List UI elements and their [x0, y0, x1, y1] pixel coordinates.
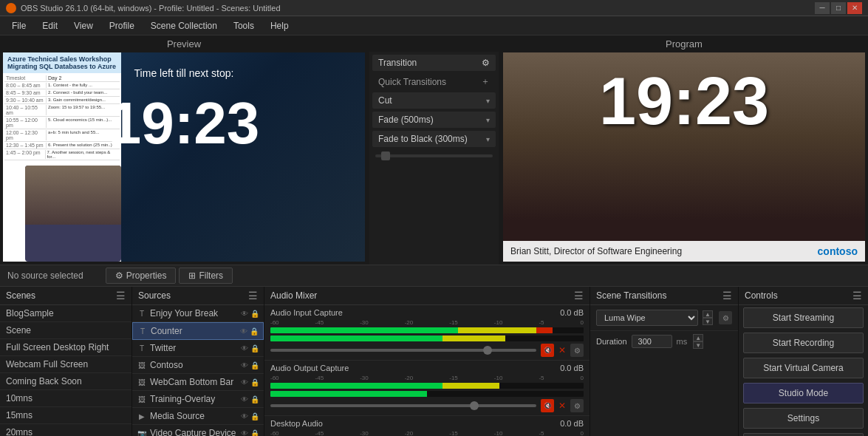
table-row: TimeslotDay 2 [4, 75, 120, 82]
minimize-button[interactable]: ─ [815, 2, 830, 14]
text-icon: T [137, 308, 147, 319]
lock-icon[interactable]: 🔒 [250, 378, 259, 386]
eye-icon[interactable]: 👁 [241, 310, 248, 318]
titlebar-controls[interactable]: ─ □ ✕ [815, 2, 862, 14]
lock-icon[interactable]: 🔒 [250, 429, 259, 437]
lock-icon[interactable]: 🔒 [250, 310, 259, 318]
duration-spin-up[interactable]: ▲ [693, 334, 703, 341]
source-webcam-bottom-bar[interactable]: 🖼 WebCam Bottom Bar 👁 🔒 [132, 374, 264, 391]
start-virtual-camera-button[interactable]: Start Virtual Camera [743, 358, 864, 378]
exit-button[interactable]: Exit [743, 433, 864, 436]
menu-profile[interactable]: Profile [102, 18, 142, 33]
menu-file[interactable]: File [4, 18, 33, 33]
audio-track-db: 0.0 dB [560, 419, 584, 428]
settings-button[interactable]: Settings [743, 408, 864, 429]
meter-labels: -60-45-30-20-15-10-50 [270, 375, 584, 381]
tab-properties[interactable]: ⚙ Properties [106, 268, 177, 284]
transition-fade[interactable]: Fade (500ms) ▾ [372, 112, 496, 128]
audio-track-header: Audio Input Capture 0.0 dB [270, 308, 584, 317]
x-icon[interactable]: ✕ [558, 345, 566, 355]
sources-list: T Enjoy Your Break 👁 🔒 T Counter 👁 🔒 [132, 305, 264, 436]
settings-button-output[interactable]: ⚙ [570, 399, 584, 412]
controls-menu-icon[interactable]: ☰ [852, 290, 862, 302]
start-streaming-button[interactable]: Start Streaming [743, 307, 864, 328]
titlebar-title: OBS Studio 26.1.0 (64-bit, windows) - Pr… [21, 4, 281, 13]
duration-spinners: ▲ ▼ [693, 334, 703, 349]
scenes-menu-icon[interactable]: ☰ [116, 290, 126, 302]
lock-icon[interactable]: 🔒 [250, 395, 259, 403]
table-row: 8:45 – 9:30 am2. Connect - build your te… [4, 89, 120, 97]
x-icon[interactable]: ✕ [558, 401, 566, 411]
scene-item-blogsample[interactable]: BlogSample [0, 305, 131, 322]
eye-icon[interactable]: 👁 [241, 429, 248, 437]
close-button[interactable]: ✕ [847, 2, 862, 14]
start-recording-button[interactable]: Start Recording [743, 333, 864, 353]
preview-panel: Preview Azure Technical Sales WorkshopMi… [0, 35, 368, 265]
lock-icon[interactable]: 🔒 [250, 344, 259, 352]
scene-item-coming-back[interactable]: Coming Back Soon [0, 373, 131, 390]
eye-icon[interactable]: 👁 [241, 361, 248, 369]
eye-icon[interactable]: 👁 [241, 378, 248, 386]
scene-item-15mns[interactable]: 15mns [0, 407, 131, 424]
scenes-title: Scenes [6, 290, 35, 301]
add-transition-icon[interactable]: ＋ [481, 75, 490, 88]
meter-labels: -60-45-30-20-15-10-50 [270, 430, 584, 436]
spin-down-button[interactable]: ▼ [703, 318, 713, 325]
lock-icon[interactable]: 🔒 [250, 412, 259, 420]
meter-green [270, 327, 458, 333]
source-video-capture[interactable]: 📷 Video Capture Device 👁 🔒 [132, 425, 264, 436]
volume-slider-input[interactable] [270, 349, 536, 352]
settings-button-input[interactable]: ⚙ [570, 344, 584, 357]
eye-icon[interactable]: 👁 [241, 412, 248, 420]
scene-item-scene[interactable]: Scene [0, 322, 131, 339]
menu-edit[interactable]: Edit [35, 18, 65, 33]
tab-filters[interactable]: ⊞ Filters [179, 268, 233, 284]
transition-title: Transition [378, 58, 417, 68]
meter-labels: -60-45-30-20-15-10-50 [270, 319, 584, 326]
audio-meter-input [270, 327, 584, 333]
lock-icon[interactable]: 🔒 [250, 327, 259, 335]
gear-icon[interactable]: ⚙ [482, 58, 490, 68]
menu-scene-collection[interactable]: Scene Collection [143, 18, 225, 33]
source-training-overlay[interactable]: 🖼 Training-Overlay 👁 🔒 [132, 391, 264, 408]
duration-input[interactable] [632, 335, 672, 348]
studio-mode-button[interactable]: Studio Mode [743, 383, 864, 403]
scene-item-full-screen[interactable]: Full Screen Desktop Right [0, 339, 131, 356]
menu-help[interactable]: Help [263, 18, 296, 33]
obs-icon [6, 3, 16, 13]
scene-item-20mns[interactable]: 20mns [0, 424, 131, 436]
volume-slider-output[interactable] [270, 404, 536, 407]
duration-spin-down[interactable]: ▼ [693, 341, 703, 349]
source-name: Contoso [150, 360, 238, 370]
duration-unit: ms [677, 337, 688, 346]
source-contoso[interactable]: 🖼 Contoso 👁 🔒 [132, 357, 264, 374]
mute-button-output[interactable]: 🔇 [541, 399, 554, 412]
properties-label: Properties [126, 270, 167, 281]
source-counter[interactable]: T Counter 👁 🔒 [132, 322, 264, 340]
luma-settings-button[interactable]: ⚙ [719, 311, 732, 324]
spin-up-button[interactable]: ▲ [703, 310, 713, 318]
mute-button-input[interactable]: 🔇 [541, 344, 554, 357]
maximize-button[interactable]: □ [831, 2, 846, 14]
filter-icon: ⊞ [188, 270, 196, 281]
menu-view[interactable]: View [66, 18, 100, 33]
source-media-source[interactable]: ▶ Media Source 👁 🔒 [132, 408, 264, 425]
fade-label: Fade (500ms) [378, 115, 434, 125]
scene-item-10mns[interactable]: 10mns [0, 390, 131, 407]
eye-icon[interactable]: 👁 [241, 395, 248, 403]
source-enjoy-break[interactable]: T Enjoy Your Break 👁 🔒 [132, 305, 264, 322]
scene-item-webcam-full[interactable]: Webcam Full Screen [0, 356, 131, 373]
menu-tools[interactable]: Tools [226, 18, 262, 33]
eye-icon[interactable]: 👁 [240, 327, 247, 335]
source-twitter[interactable]: T Twitter 👁 🔒 [132, 340, 264, 357]
transition-cut[interactable]: Cut ▾ [372, 92, 496, 109]
text-icon: T [137, 343, 147, 353]
luma-wipe-select[interactable]: Luma Wipe Cut Fade Fade to Black [596, 310, 698, 326]
lock-icon[interactable]: 🔒 [250, 361, 259, 369]
transition-fade-black[interactable]: Fade to Black (300ms) ▾ [372, 131, 496, 147]
sources-menu-icon[interactable]: ☰ [248, 290, 258, 302]
audio-menu-icon[interactable]: ☰ [574, 290, 584, 302]
scene-transitions-menu-icon[interactable]: ☰ [722, 290, 732, 302]
transition-slider[interactable] [375, 154, 493, 157]
eye-icon[interactable]: 👁 [241, 344, 248, 352]
